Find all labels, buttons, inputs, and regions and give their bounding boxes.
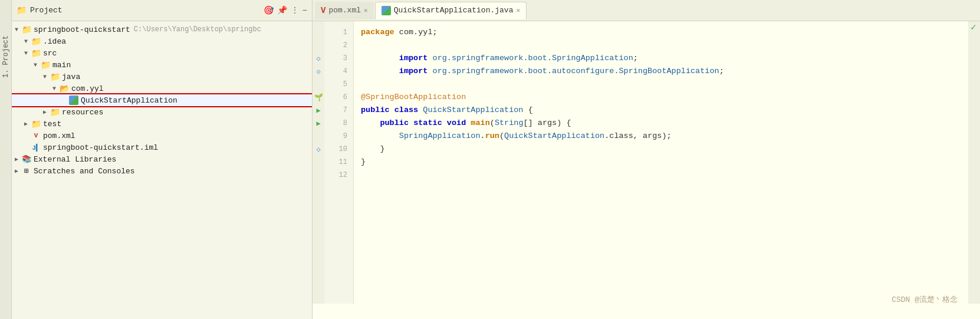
- editor-area: Vpom.xml✕QuickStartApplication.java✕ ◇◇🌱…: [313, 0, 980, 319]
- scratches-icon: ⊞: [21, 166, 32, 176]
- watermark: CSDN @流楚丶格念: [295, 292, 962, 307]
- tab-label: QuickStartApplication.java: [394, 6, 514, 15]
- folder-blue-icon: 📁: [50, 107, 60, 117]
- tab-qsa[interactable]: QuickStartApplication.java✕: [375, 2, 527, 19]
- tab-close-button[interactable]: ✕: [364, 6, 368, 14]
- arrow-closed[interactable]: [12, 156, 21, 163]
- bookmark-icon[interactable]: ◇: [316, 67, 320, 76]
- tree-item-label: springboot-quickstart: [34, 25, 130, 34]
- code-line-11: }: [361, 156, 961, 169]
- folder-blue-icon: 📁: [31, 119, 41, 129]
- more-icon[interactable]: ⋮: [291, 5, 299, 15]
- run-icon[interactable]: ▶: [316, 106, 320, 115]
- line-number-5: 5: [324, 78, 353, 91]
- line-number-8: 8: [324, 117, 353, 130]
- sidebar-title: Project: [30, 6, 260, 15]
- line-numbers: 123456789101112: [324, 21, 354, 304]
- pin-icon[interactable]: 📌: [277, 5, 287, 15]
- tree-item-comyyl[interactable]: 📂com.yyl: [12, 83, 312, 94]
- token: (: [499, 131, 504, 140]
- gutter-cell-7: ▶: [313, 104, 324, 117]
- folder-blue-icon: 📁: [50, 72, 60, 81]
- tab-bar: Vpom.xml✕QuickStartApplication.java✕: [313, 0, 980, 21]
- tree-item-label: test: [43, 120, 61, 129]
- token: static: [413, 119, 442, 127]
- class-icon: [68, 96, 79, 105]
- token: SpringApplication: [399, 131, 481, 140]
- tree-item-idea[interactable]: 📁.idea: [12, 35, 312, 47]
- bean-icon[interactable]: 🌱: [314, 93, 323, 102]
- target-icon[interactable]: 🎯: [264, 5, 274, 15]
- code-line-6: @SpringBootApplication: [361, 91, 961, 104]
- arrow-open[interactable]: [31, 62, 40, 68]
- tab-close-button[interactable]: ✕: [516, 6, 520, 14]
- tree-item-label: com.yyl: [71, 84, 104, 93]
- token: org.springframework.boot.autoconfigure.S…: [433, 67, 719, 75]
- arrow-open[interactable]: [40, 74, 50, 80]
- project-vertical-label[interactable]: 1. Project: [2, 35, 10, 78]
- code-editor[interactable]: package com.yyl; import org.springframew…: [354, 21, 968, 304]
- tab-xml-icon: V: [321, 6, 325, 15]
- gutter-strip: ◇◇🌱▶▶◇: [313, 21, 324, 304]
- token: }: [361, 144, 385, 153]
- line-number-12: 12: [324, 169, 353, 182]
- token: import: [399, 54, 428, 63]
- tree-item-detail: C:\Users\Yang\Desktop\springbc: [134, 25, 261, 34]
- token: QuickStartApplication: [504, 131, 604, 140]
- tree-item-label: Scratches and Consoles: [34, 167, 135, 176]
- tree-item-java[interactable]: 📁java: [12, 71, 312, 83]
- token: String: [495, 119, 524, 127]
- token: {: [523, 106, 532, 114]
- arrow-closed[interactable]: [40, 108, 50, 116]
- tree-item-test[interactable]: 📁test: [12, 118, 312, 130]
- right-gutter: ✓: [968, 21, 980, 304]
- tree-item-main[interactable]: 📁main: [12, 59, 312, 71]
- minimize-icon[interactable]: −: [302, 6, 307, 15]
- tree-item-extlib[interactable]: 📚External Libraries: [12, 153, 312, 165]
- token: run: [485, 131, 499, 140]
- arrow-closed[interactable]: [21, 120, 31, 127]
- code-line-2: [361, 39, 961, 52]
- gutter-cell-5: [313, 78, 324, 91]
- xml-icon: V: [31, 131, 41, 140]
- tree-item-label: java: [62, 73, 80, 81]
- folder-icon: 📁: [17, 5, 27, 15]
- token: [427, 54, 432, 63]
- arrow-open[interactable]: [12, 27, 21, 33]
- line-number-1: 1: [324, 26, 353, 39]
- arrow-open[interactable]: [50, 85, 59, 92]
- token: import: [399, 67, 428, 75]
- line-number-7: 7: [324, 104, 353, 117]
- tree-item-src[interactable]: 📁src: [12, 47, 312, 59]
- token: [361, 119, 380, 127]
- bookmark-icon[interactable]: ◇: [316, 145, 320, 154]
- tree-item-scratches[interactable]: ⊞Scratches and Consoles: [12, 165, 312, 177]
- token: package: [361, 28, 394, 37]
- arrow-icon[interactable]: ▶: [316, 119, 320, 128]
- token: [361, 54, 399, 63]
- tree-item-pomxml[interactable]: Vpom.xml: [12, 130, 312, 142]
- token: class: [394, 106, 419, 114]
- folder-gray-icon: 📂: [59, 84, 70, 93]
- tree-item-label: resources: [62, 108, 103, 117]
- arrow-open[interactable]: [21, 50, 31, 57]
- line-number-11: 11: [324, 156, 353, 169]
- folder-blue-icon: 📁: [21, 25, 32, 34]
- bookmark-icon[interactable]: ◇: [316, 54, 320, 63]
- token: com.yyl;: [394, 28, 438, 37]
- line-number-6: 6: [324, 91, 353, 104]
- tree-item-iml[interactable]: J▍springboot-quickstart.iml: [12, 142, 312, 153]
- code-line-5: [361, 78, 961, 91]
- token: .: [481, 131, 485, 140]
- token: ;: [633, 54, 638, 63]
- tree-item-root[interactable]: 📁springboot-quickstartC:\Users\Yang\Desk…: [12, 24, 312, 35]
- token: }: [361, 157, 366, 166]
- arrow-closed[interactable]: [12, 167, 21, 175]
- tree-item-resources[interactable]: 📁resources: [12, 106, 312, 118]
- tree-item-qsa[interactable]: QuickStartApplication: [12, 94, 312, 106]
- gutter-cell-3: ◇: [313, 52, 324, 65]
- arrow-open[interactable]: [21, 38, 31, 45]
- code-line-7: public class QuickStartApplication {: [361, 104, 961, 117]
- tab-pom[interactable]: Vpom.xml✕: [315, 2, 374, 19]
- tree-item-label: External Libraries: [34, 155, 116, 164]
